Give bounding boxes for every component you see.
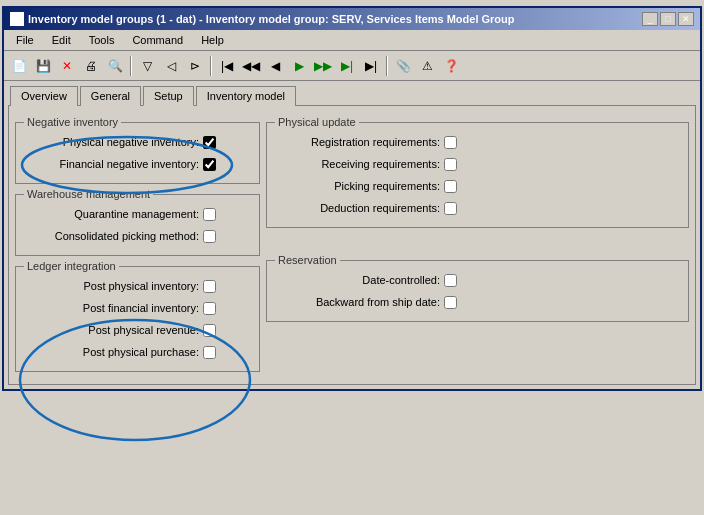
window-title: Inventory model groups (1 - dat) - Inven… [28,13,515,25]
maximize-button[interactable]: □ [660,12,676,26]
post-physical-revenue-container [203,324,216,337]
deduction-checkbox[interactable] [444,202,457,215]
left-column: Negative inventory Physical negative inv… [15,112,260,378]
toolbar: 📄 💾 ✕ 🖨 🔍 ▽ ◁ ⊳ |◀ ◀◀ ◀ ▶ ▶▶ ▶| ▶| 📎 ⚠ ❓ [4,51,700,81]
tab-area: Overview General Setup Inventory model [4,81,700,105]
content-inner: Negative inventory Physical negative inv… [15,112,689,378]
negative-inventory-content: Physical negative inventory: Financial n… [16,123,259,183]
tab-setup[interactable]: Setup [143,86,194,106]
ledger-integration-content: Post physical inventory: Post financial … [16,267,259,371]
toolbar-sep-2 [210,56,212,76]
backward-ship-date-checkbox-container [444,296,457,309]
next-page-button[interactable]: ▶| [336,55,358,77]
preview-button[interactable]: 🔍 [104,55,126,77]
receiving-label: Receiving requirements: [275,158,440,170]
content-area: Negative inventory Physical negative inv… [8,105,696,385]
close-button[interactable]: ✕ [678,12,694,26]
consolidated-picking-row: Consolidated picking method: [24,227,251,245]
financial-negative-checkbox[interactable] [203,158,216,171]
reservation-content: Date-controlled: Backward from ship date… [267,261,688,321]
prev-page-button[interactable]: ◀◀ [240,55,262,77]
toolbar-sep-3 [386,56,388,76]
registration-label: Registration requirements: [275,136,440,148]
date-controlled-checkbox[interactable] [444,274,457,287]
consolidated-picking-checkbox-container [203,230,216,243]
new-button[interactable]: 📄 [8,55,30,77]
date-controlled-row: Date-controlled: [275,271,680,289]
warehouse-management-content: Quarantine management: Consolidated pick… [16,195,259,255]
physical-negative-checkbox-container [203,136,216,149]
post-physical-inventory-container [203,280,216,293]
title-bar-left: 🗂 Inventory model groups (1 - dat) - Inv… [10,12,515,26]
alert-button[interactable]: ⚠ [416,55,438,77]
title-controls[interactable]: _ □ ✕ [642,12,694,26]
post-financial-inventory-checkbox[interactable] [203,302,216,315]
print-button[interactable]: 🖨 [80,55,102,77]
reservation-section: Reservation Date-controlled: Backward fr… [266,260,689,322]
physical-update-title: Physical update [275,116,359,128]
filter-button[interactable]: ▽ [136,55,158,77]
menu-edit[interactable]: Edit [44,32,79,48]
attach-button[interactable]: 📎 [392,55,414,77]
menu-command[interactable]: Command [124,32,191,48]
physical-update-content: Registration requirements: Receiving req… [267,123,688,227]
quarantine-checkbox[interactable] [203,208,216,221]
picking-label: Picking requirements: [275,180,440,192]
consolidated-picking-checkbox[interactable] [203,230,216,243]
tab-general[interactable]: General [80,86,141,106]
quarantine-checkbox-container [203,208,216,221]
quarantine-row: Quarantine management: [24,205,251,223]
post-physical-purchase-row: Post physical purchase: [24,343,251,361]
ledger-integration-title: Ledger integration [24,260,119,272]
financial-negative-checkbox-container [203,158,216,171]
consolidated-picking-label: Consolidated picking method: [24,230,199,242]
registration-checkbox[interactable] [444,136,457,149]
toolbar-sep-1 [130,56,132,76]
menu-file[interactable]: File [8,32,42,48]
post-physical-revenue-checkbox[interactable] [203,324,216,337]
post-physical-revenue-label: Post physical revenue: [24,324,199,336]
menu-help[interactable]: Help [193,32,232,48]
post-physical-inventory-row: Post physical inventory: [24,277,251,295]
help-button[interactable]: ❓ [440,55,462,77]
post-physical-inventory-checkbox[interactable] [203,280,216,293]
post-physical-purchase-checkbox[interactable] [203,346,216,359]
save-button[interactable]: 💾 [32,55,54,77]
filter-by-button[interactable]: ◁ [160,55,182,77]
post-physical-inventory-label: Post physical inventory: [24,280,199,292]
physical-negative-checkbox[interactable] [203,136,216,149]
backward-ship-date-row: Backward from ship date: [275,293,680,311]
registration-checkbox-container [444,136,457,149]
menu-tools[interactable]: Tools [81,32,123,48]
receiving-checkbox[interactable] [444,158,457,171]
tab-inventory-model[interactable]: Inventory model [196,86,296,106]
backward-ship-date-checkbox[interactable] [444,296,457,309]
receiving-checkbox-container [444,158,457,171]
deduction-row: Deduction requirements: [275,199,680,217]
date-controlled-checkbox-container [444,274,457,287]
ledger-integration-section: Ledger integration Post physical invento… [15,266,260,372]
menu-bar: File Edit Tools Command Help [4,30,700,51]
physical-negative-row: Physical negative inventory: [24,133,251,151]
next-button[interactable]: ▶▶ [312,55,334,77]
prev-button[interactable]: ◀ [264,55,286,77]
reservation-title: Reservation [275,254,340,266]
tab-overview[interactable]: Overview [10,86,78,106]
deduction-label: Deduction requirements: [275,202,440,214]
first-button[interactable]: |◀ [216,55,238,77]
financial-negative-label: Financial negative inventory: [24,158,199,170]
post-physical-purchase-label: Post physical purchase: [24,346,199,358]
title-bar: 🗂 Inventory model groups (1 - dat) - Inv… [4,8,700,30]
post-financial-inventory-label: Post financial inventory: [24,302,199,314]
app-icon: 🗂 [10,12,24,26]
last-button[interactable]: ▶| [360,55,382,77]
delete-button[interactable]: ✕ [56,55,78,77]
advanced-filter-button[interactable]: ⊳ [184,55,206,77]
deduction-checkbox-container [444,202,457,215]
picking-checkbox-container [444,180,457,193]
play-button[interactable]: ▶ [288,55,310,77]
minimize-button[interactable]: _ [642,12,658,26]
picking-checkbox[interactable] [444,180,457,193]
picking-row: Picking requirements: [275,177,680,195]
receiving-row: Receiving requirements: [275,155,680,173]
